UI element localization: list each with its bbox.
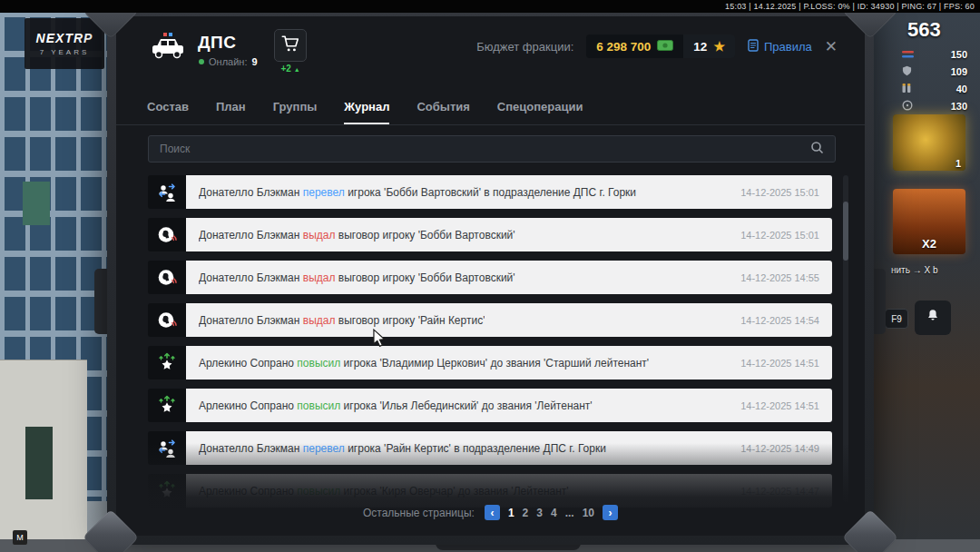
hud-stat: 150	[902, 45, 967, 63]
pulse-icon	[902, 46, 914, 63]
log-text: Донателло Блэкман выдал выговор игроку '…	[199, 271, 515, 284]
transfer-icon	[148, 175, 186, 209]
page-10[interactable]: 10	[583, 507, 594, 519]
hud-stat-value: 109	[951, 66, 967, 77]
log-text: Арлекино Сопрано повысил игрока 'Владими…	[199, 357, 649, 370]
log-timestamp: 14-12-2025 14:55	[740, 272, 819, 283]
notifications-button[interactable]	[915, 301, 951, 335]
hud-money-value: 563	[907, 18, 941, 42]
search-input[interactable]	[160, 143, 810, 155]
hud-stat-value: 130	[951, 101, 967, 112]
budget-label: Бюджет фракции:	[476, 40, 573, 54]
page-3[interactable]: 3	[536, 507, 543, 519]
log-timestamp: 14-12-2025 15:01	[740, 230, 819, 241]
search-box	[148, 135, 836, 163]
log-row: Донателло Блэкман перевел игрока 'Бобби …	[148, 175, 832, 209]
log-row-body: Арлекино Сопрано повысил игрока 'Илья Ле…	[186, 389, 832, 422]
log-row: Арлекино Сопрано повысил игрока 'Владими…	[148, 346, 832, 380]
faction-panel: ДПС Онлайн: 9 +2 ▲ Бю	[116, 16, 865, 536]
log-row-body: Донателло Блэкман выдал выговор игроку '…	[186, 303, 832, 337]
online-label: Онлайн:	[209, 56, 247, 67]
log-timestamp: 14-12-2025 14:47	[740, 486, 819, 497]
police-car-icon	[148, 31, 188, 64]
faction-shop-button[interactable]	[274, 29, 307, 62]
log-timestamp: 14-12-2025 14:49	[740, 443, 819, 454]
rules-doc-icon	[748, 39, 759, 54]
budget-stars: 12 ★	[683, 34, 735, 58]
log-text: Арлекино Сопрано повысил игрока 'Киря Ов…	[199, 485, 569, 498]
status-bar: 15:03 | 14.12.2025 | P.LOSS: 0% | ID: 34…	[0, 0, 980, 13]
cart-icon	[280, 34, 300, 57]
prev-page-button[interactable]: ‹	[485, 505, 500, 520]
bell-icon	[925, 308, 941, 328]
tab-0[interactable]: Состав	[147, 100, 189, 125]
log-text: Арлекино Сопрано повысил игрока 'Илья Ле…	[199, 399, 593, 412]
logo-subtitle: 7 YEARS	[40, 48, 90, 56]
background-window	[23, 182, 50, 225]
page-1[interactable]: 1	[508, 507, 514, 519]
page-ellipsis: ...	[565, 507, 574, 519]
tab-4[interactable]: События	[416, 100, 469, 125]
cart-badge: +2 ▲	[274, 64, 307, 74]
header-right: Бюджет фракции: 6 298 700 12 ★	[476, 34, 838, 58]
hud-promo-slot[interactable]: X2	[893, 189, 965, 254]
log-row: Донателло Блэкман перевел игрока 'Райн К…	[148, 431, 832, 465]
log-timestamp: 14-12-2025 14:51	[740, 358, 819, 369]
log-text: Донателло Блэкман перевел игрока 'Райн К…	[199, 442, 606, 455]
hud-stat-value: 40	[956, 84, 967, 94]
log-text: Донателло Блэкман выдал выговор игроку '…	[199, 314, 485, 327]
log-row: Донателло Блэкман выдал выговор игроку '…	[148, 261, 832, 294]
online-dot-icon	[199, 59, 204, 64]
tab-5[interactable]: Спецоперации	[497, 100, 583, 125]
pagination-label: Остальные страницы:	[363, 507, 475, 519]
minimap-key-label: M	[13, 530, 27, 545]
hud-stat: 130	[902, 97, 967, 114]
tab-3[interactable]: Журнал	[344, 100, 389, 125]
log-timestamp: 14-12-2025 14:54	[740, 315, 819, 326]
tab-2[interactable]: Группы	[273, 100, 318, 125]
log-row-body: Арлекино Сопрано повысил игрока 'Владими…	[186, 346, 832, 380]
hud-item-slot[interactable]: 1	[893, 114, 965, 171]
online-count: 9	[251, 56, 257, 67]
star-icon: ★	[713, 39, 725, 54]
log-row: Арлекино Сопрано повысил игрока 'Илья Ле…	[148, 389, 832, 422]
logo-title: NEXTRP	[36, 31, 93, 45]
budget-money: 6 298 700	[586, 34, 683, 58]
log-list: Донателло Блэкман перевел игрока 'Бобби …	[148, 175, 832, 517]
hud-hint-text: нить → X b	[891, 265, 937, 275]
money-icon	[657, 40, 673, 54]
background-door	[25, 427, 53, 499]
faction-title: ДПС	[198, 33, 236, 53]
log-row: Арлекино Сопрано повысил игрока 'Киря Ов…	[148, 474, 832, 508]
log-row-body: Донателло Блэкман выдал выговор игроку '…	[186, 218, 832, 251]
hud-item-count: 1	[956, 158, 961, 169]
log-row-body: Арлекино Сопрано повысил игрока 'Киря Ов…	[186, 474, 832, 508]
promote-icon	[148, 474, 186, 508]
hud-stats: 15010940130	[902, 45, 967, 114]
promote-icon	[148, 346, 186, 380]
log-text: Донателло Блэкман перевел игрока 'Бобби …	[199, 186, 636, 199]
online-status: Онлайн: 9	[199, 56, 258, 67]
nextrp-logo: NEXTRP 7 YEARS	[24, 18, 104, 69]
tab-1[interactable]: План	[216, 100, 246, 125]
tab-bar: СоставПланГруппыЖурналСобытияСпецопераци…	[147, 100, 583, 125]
budget-pills: 6 298 700 12 ★	[586, 34, 735, 58]
close-button[interactable]: ✕	[825, 39, 838, 54]
log-row: Донателло Блэкман выдал выговор игроку '…	[148, 303, 832, 337]
page-4[interactable]: 4	[551, 507, 557, 519]
transfer-icon	[148, 431, 186, 465]
reprimand-icon	[148, 261, 186, 294]
hud-stat: 109	[902, 63, 967, 80]
scrollbar-thumb[interactable]	[843, 202, 848, 261]
next-page-button[interactable]: ›	[603, 505, 618, 520]
shield-icon	[902, 64, 912, 80]
search-icon	[810, 141, 824, 158]
log-text: Донателло Блэкман выдал выговор игроку '…	[199, 229, 515, 242]
page-2[interactable]: 2	[523, 507, 529, 519]
hud-f9-key: F9	[885, 309, 908, 329]
log-timestamp: 14-12-2025 14:51	[740, 400, 819, 411]
speed-icon	[902, 98, 913, 114]
log-row: Донателло Блэкман выдал выговор игроку '…	[148, 218, 832, 251]
ammo-icon	[902, 81, 911, 97]
rules-button[interactable]: Правила	[748, 39, 812, 54]
